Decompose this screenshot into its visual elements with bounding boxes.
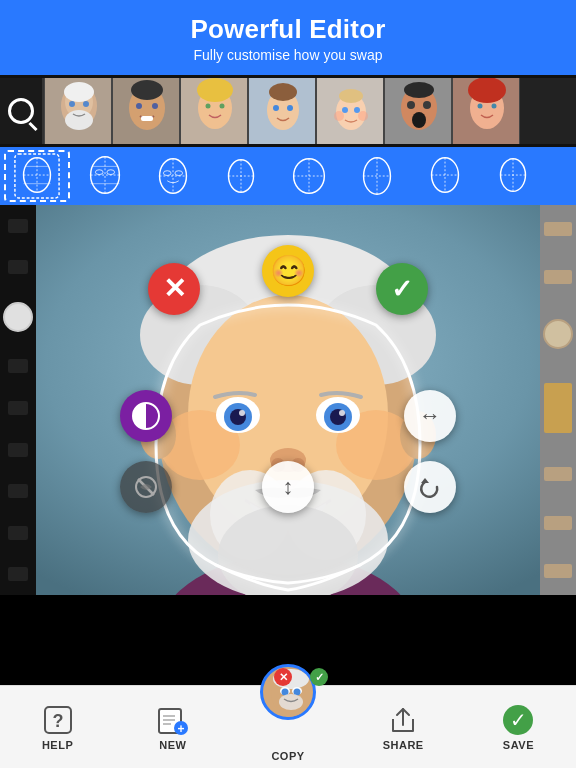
svg-point-16 bbox=[206, 104, 211, 109]
svg-point-26 bbox=[342, 107, 348, 113]
silhouette-item-7[interactable] bbox=[412, 150, 478, 202]
save-button[interactable]: ✓ SAVE bbox=[461, 686, 576, 768]
svg-rect-41 bbox=[15, 154, 59, 198]
svg-text:?: ? bbox=[52, 711, 63, 731]
copy-cancel-badge: ✕ bbox=[274, 668, 292, 686]
arrow-horizontal-icon: ↔ bbox=[419, 403, 441, 429]
editor-area: ✕ 😊 ✓ ↔ ↕ bbox=[0, 205, 576, 595]
face-thumb-1[interactable] bbox=[44, 77, 112, 145]
check-icon: ✓ bbox=[391, 274, 413, 305]
search-button[interactable] bbox=[0, 75, 44, 147]
silhouette-strip bbox=[0, 147, 576, 205]
new-label: NEW bbox=[159, 739, 186, 751]
share-label: SHARE bbox=[383, 739, 424, 751]
svg-text:+: + bbox=[177, 721, 184, 735]
svg-point-57 bbox=[163, 171, 171, 176]
face-thumbnail-strip bbox=[0, 75, 576, 147]
smile-button[interactable]: 😊 bbox=[262, 245, 314, 297]
svg-point-15 bbox=[197, 78, 233, 102]
header-title: Powerful Editor bbox=[10, 14, 566, 45]
silhouette-item-6[interactable] bbox=[344, 150, 410, 202]
blend-button[interactable] bbox=[120, 390, 172, 442]
new-icon: + bbox=[157, 704, 189, 736]
svg-point-53 bbox=[107, 170, 115, 175]
help-button[interactable]: ? HELP bbox=[0, 686, 115, 768]
face-thumb-6[interactable] bbox=[384, 77, 452, 145]
svg-point-32 bbox=[404, 82, 434, 98]
face-thumb-7[interactable] bbox=[452, 77, 520, 145]
svg-point-25 bbox=[339, 89, 363, 103]
svg-point-5 bbox=[83, 101, 89, 107]
help-label: HELP bbox=[42, 739, 73, 751]
silhouette-item-5[interactable] bbox=[276, 150, 342, 202]
copy-button[interactable]: ✕ ✓ COPY bbox=[230, 686, 345, 768]
save-icon: ✓ bbox=[502, 704, 534, 736]
svg-point-40 bbox=[492, 104, 497, 109]
resize-horizontal-button[interactable]: ↔ bbox=[404, 390, 456, 442]
bottom-toolbar: ? HELP + NEW bbox=[0, 685, 576, 768]
svg-point-29 bbox=[358, 111, 368, 121]
new-button[interactable]: + NEW bbox=[115, 686, 230, 768]
svg-rect-12 bbox=[141, 116, 153, 121]
silhouette-item-1[interactable] bbox=[4, 150, 70, 202]
copy-confirm-badge: ✓ bbox=[310, 668, 328, 686]
svg-point-17 bbox=[220, 104, 225, 109]
confirm-button[interactable]: ✓ bbox=[376, 263, 428, 315]
header-subtitle: Fully customise how you swap bbox=[10, 47, 566, 63]
svg-point-10 bbox=[136, 103, 142, 109]
cancel-button[interactable]: ✕ bbox=[148, 263, 200, 315]
svg-point-34 bbox=[423, 101, 431, 109]
face-thumb-3[interactable] bbox=[180, 77, 248, 145]
svg-point-39 bbox=[478, 104, 483, 109]
share-icon bbox=[387, 704, 419, 736]
hide-button[interactable] bbox=[120, 461, 172, 513]
eye-off-icon bbox=[132, 473, 160, 501]
svg-point-21 bbox=[273, 105, 279, 111]
copy-label: COPY bbox=[271, 750, 304, 762]
svg-point-38 bbox=[468, 78, 506, 103]
overlay-controls: ✕ 😊 ✓ ↔ ↕ bbox=[0, 205, 576, 595]
resize-vertical-button[interactable]: ↕ bbox=[262, 461, 314, 513]
svg-point-35 bbox=[412, 112, 426, 128]
half-circle-icon bbox=[132, 402, 160, 430]
arrow-vertical-icon: ↕ bbox=[283, 474, 294, 500]
svg-point-52 bbox=[95, 170, 103, 175]
silhouette-item-2[interactable] bbox=[72, 150, 138, 202]
help-icon: ? bbox=[42, 704, 74, 736]
svg-point-6 bbox=[65, 110, 93, 130]
face-thumb-4[interactable] bbox=[248, 77, 316, 145]
header: Powerful Editor Fully customise how you … bbox=[0, 0, 576, 75]
rotate-icon bbox=[417, 474, 443, 500]
svg-point-22 bbox=[287, 105, 293, 111]
svg-point-11 bbox=[152, 103, 158, 109]
svg-point-3 bbox=[64, 82, 94, 102]
svg-point-58 bbox=[175, 171, 183, 176]
silhouette-item-8[interactable] bbox=[480, 150, 546, 202]
share-button[interactable]: SHARE bbox=[346, 686, 461, 768]
silhouette-item-4[interactable] bbox=[208, 150, 274, 202]
svg-point-33 bbox=[407, 101, 415, 109]
svg-point-9 bbox=[131, 80, 163, 100]
silhouette-item-3[interactable] bbox=[140, 150, 206, 202]
save-label: SAVE bbox=[503, 739, 534, 751]
svg-point-4 bbox=[69, 101, 75, 107]
face-thumb-5[interactable] bbox=[316, 77, 384, 145]
rotate-button[interactable] bbox=[404, 461, 456, 513]
x-icon: ✕ bbox=[163, 275, 186, 303]
svg-point-28 bbox=[334, 111, 344, 121]
smile-icon: 😊 bbox=[270, 256, 307, 286]
face-thumb-2[interactable] bbox=[112, 77, 180, 145]
svg-point-27 bbox=[354, 107, 360, 113]
svg-marker-103 bbox=[421, 478, 429, 483]
search-icon bbox=[8, 98, 34, 124]
svg-point-20 bbox=[269, 83, 297, 101]
